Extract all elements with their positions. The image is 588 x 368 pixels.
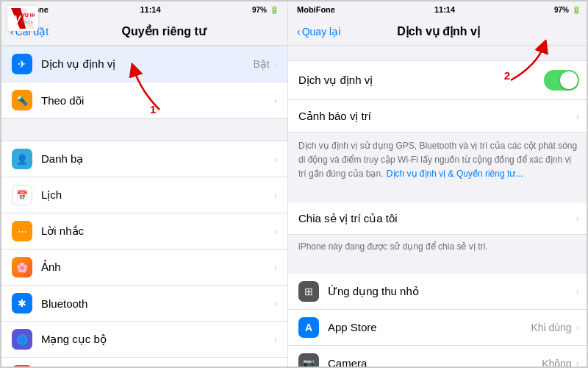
left-time: 11:14 xyxy=(140,5,160,14)
thu-nho-icon-bg: ⊞ xyxy=(298,281,319,302)
calendar-label: Lịch xyxy=(41,188,274,202)
local-network-label: Mạng cục bộ xyxy=(41,333,274,346)
settings-item-photos[interactable]: 🌸 Ảnh › xyxy=(1,250,287,286)
reminders-label: Lời nhắc xyxy=(41,224,274,238)
right-status-bar: MobiFone 11:14 97% 🔋 xyxy=(288,1,588,18)
right-back-chevron: ‹ xyxy=(297,26,301,38)
photos-icon-bg: 🌸 xyxy=(12,257,32,277)
right-carrier: MobiFone xyxy=(297,5,335,14)
appstore-icon: A xyxy=(305,322,312,333)
location-toggle[interactable] xyxy=(544,70,579,91)
appstore-name: App Store xyxy=(328,321,531,333)
right-back-button[interactable]: ‹ Quay lại xyxy=(297,26,340,38)
share-note-block: iPhone này đang được sử dụng để chia sẻ … xyxy=(288,235,588,259)
app-item-thu-nho[interactable]: ⊞ Ứng dụng thu nhỏ › xyxy=(288,274,588,310)
right-nav-header: ‹ Quay lại Dịch vụ định vị xyxy=(288,18,588,46)
left-battery: 97% xyxy=(252,6,267,14)
appstore-chevron: › xyxy=(576,322,579,333)
left-settings-list: ✈ Dịch vụ định vị Bật › 🔦 Theo dõi › xyxy=(1,46,287,368)
settings-item-contacts[interactable]: 👤 Danh bạ › xyxy=(1,141,287,177)
settings-item-tracking[interactable]: 🔦 Theo dõi › xyxy=(1,82,287,118)
location-value: Bật xyxy=(253,58,269,70)
thu-nho-chevron: › xyxy=(576,286,579,297)
tracking-icon-bg: 🔦 xyxy=(12,90,32,110)
settings-section-2: 👤 Danh bạ › 📅 Lịch › ⋯ Lời nhắc xyxy=(1,141,287,368)
main-container: MobiFone 11:14 97% 🔋 ‹ Cài đặt Quyền riê… xyxy=(1,1,588,368)
apps-gap xyxy=(288,259,588,274)
camera-right-icon: 📷 xyxy=(303,358,315,368)
toggle-knob xyxy=(560,71,578,89)
photos-icon: 🌸 xyxy=(16,262,28,273)
right-time: 11:14 xyxy=(434,5,455,14)
bluetooth-label: Bluetooth xyxy=(41,297,274,310)
tracking-label: Theo dõi xyxy=(41,94,274,107)
share-note-text: iPhone này đang được sử dụng để chia sẻ … xyxy=(298,241,488,252)
contacts-chevron: › xyxy=(274,154,277,165)
left-nav-header: ‹ Cài đặt Quyền riêng tư xyxy=(1,18,287,46)
location-label: Dịch vụ định vị xyxy=(41,57,253,71)
share-location-label: Chia sẻ vị trí của tôi xyxy=(298,212,576,225)
right-battery: 97% xyxy=(554,6,569,14)
app-item-appstore[interactable]: A App Store Khi dùng › xyxy=(288,310,588,346)
settings-item-reminders[interactable]: ⋯ Lời nhắc › xyxy=(1,213,287,250)
location-icon-bg: ✈ xyxy=(12,54,32,74)
warning-label: Cảnh báo vị trí xyxy=(298,110,576,123)
left-status-right: 97% 🔋 xyxy=(252,6,279,14)
tracking-icon: 🔦 xyxy=(16,95,28,106)
right-panel: MobiFone 11:14 97% 🔋 ‹ Quay lại Dịch vụ … xyxy=(288,1,588,368)
reminders-icon: ⋯ xyxy=(18,226,27,237)
settings-item-bluetooth[interactable]: ✱ Bluetooth › xyxy=(1,286,287,322)
camera-right-name: Camera xyxy=(328,357,542,368)
calendar-chevron: › xyxy=(274,190,277,201)
thu-nho-name: Ứng dụng thu nhỏ xyxy=(328,285,576,298)
calendar-icon: 📅 xyxy=(16,190,28,201)
vuhoang-logo: V VU HOANG TELECOM xyxy=(7,6,38,31)
right-warning-row[interactable]: Cảnh báo vị trí › xyxy=(288,100,588,132)
share-location-row[interactable]: Chia sẻ vị trí của tôi › xyxy=(288,202,588,235)
right-top-gap xyxy=(288,46,588,60)
camera-right-chevron: › xyxy=(576,358,579,368)
settings-section-1: ✈ Dịch vụ định vị Bật › 🔦 Theo dõi › xyxy=(1,46,287,118)
bluetooth-icon: ✱ xyxy=(18,297,26,309)
local-network-icon-bg: 🌐 xyxy=(12,329,32,350)
reminders-icon-bg: ⋯ xyxy=(12,221,32,241)
location-toggle-row: Dịch vụ định vị xyxy=(288,60,588,100)
contacts-icon: 👤 xyxy=(16,154,28,165)
local-network-chevron: › xyxy=(274,334,277,345)
reminders-chevron: › xyxy=(274,226,277,237)
right-battery-icon: 🔋 xyxy=(572,6,581,14)
right-status-right: 97% 🔋 xyxy=(554,6,581,14)
settings-item-microphone[interactable]: 🎤 Micrô › xyxy=(1,358,287,368)
photos-label: Ảnh xyxy=(41,261,274,274)
contacts-label: Danh bạ xyxy=(41,152,274,166)
svg-text:VU HOANG: VU HOANG xyxy=(21,13,35,18)
left-status-bar: MobiFone 11:14 97% 🔋 xyxy=(1,1,287,18)
appstore-icon-bg: A xyxy=(298,317,319,338)
settings-item-local-network[interactable]: 🌐 Mạng cục bộ › xyxy=(1,322,287,358)
appstore-permission: Khi dùng xyxy=(531,322,571,333)
app-item-camera-right[interactable]: 📷 Camera Không › xyxy=(288,346,588,368)
battery-icon: 🔋 xyxy=(270,6,279,14)
bluetooth-chevron: › xyxy=(274,298,277,309)
settings-item-location[interactable]: ✈ Dịch vụ định vị Bật › xyxy=(1,46,287,82)
share-gap xyxy=(288,188,588,202)
section-gap-1 xyxy=(1,118,287,141)
left-nav-title: Quyền riêng tư xyxy=(49,24,279,38)
left-panel: MobiFone 11:14 97% 🔋 ‹ Cài đặt Quyền riê… xyxy=(1,1,288,368)
location-icon: ✈ xyxy=(18,58,26,70)
vuhoang-logo-svg: V VU HOANG TELECOM xyxy=(11,8,35,29)
right-nav-title: Dịch vụ định vị xyxy=(340,24,581,38)
photos-chevron: › xyxy=(274,262,277,273)
settings-item-calendar[interactable]: 📅 Lịch › xyxy=(1,177,287,213)
thu-nho-icon: ⊞ xyxy=(304,286,313,297)
local-network-icon: 🌐 xyxy=(16,334,28,345)
location-chevron: › xyxy=(274,59,277,70)
bluetooth-icon-bg: ✱ xyxy=(12,293,32,314)
location-service-label: Dịch vụ định vị xyxy=(298,74,373,87)
description-block: Dịch vụ định vị sử dụng GPS, Bluetooth v… xyxy=(288,132,588,188)
right-back-label: Quay lại xyxy=(302,26,341,38)
camera-right-icon-bg: 📷 xyxy=(298,353,319,368)
description-link[interactable]: Dịch vụ định vị & Quyền riêng tư... xyxy=(387,169,523,179)
share-location-chevron: › xyxy=(576,213,579,224)
camera-right-permission: Không xyxy=(542,358,571,368)
